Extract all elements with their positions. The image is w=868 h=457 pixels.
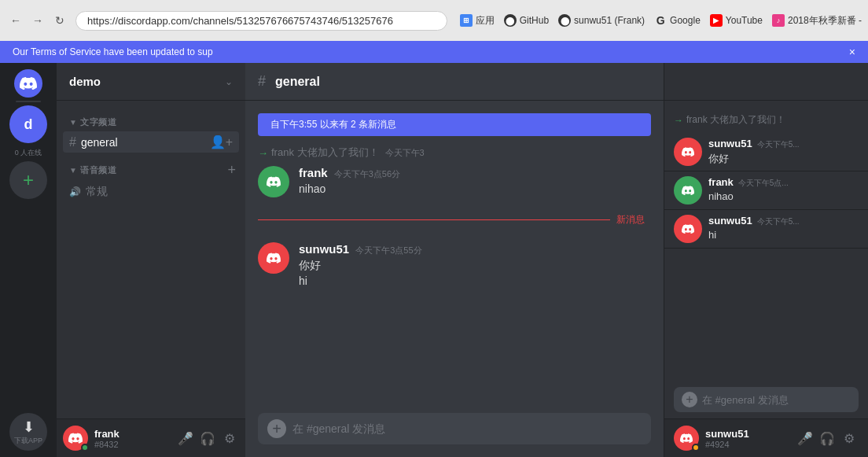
server-name-bar[interactable]: demo ⌄ <box>57 63 245 101</box>
channel-item-general[interactable]: # general 👤+ <box>63 131 239 153</box>
reload-button[interactable]: ↻ <box>50 11 69 30</box>
bookmark-google[interactable]: G Google <box>654 14 701 27</box>
right-sunwu51-header-1: sunwu51 今天下午5... <box>708 138 859 150</box>
server-divider <box>16 101 41 102</box>
right-attach-button[interactable]: + <box>682 392 697 407</box>
bookmark-github-org[interactable]: ⬤ GitHub <box>504 14 549 27</box>
frank-avatar <box>258 166 289 197</box>
attach-button[interactable]: + <box>267 419 286 438</box>
right-system-text: frank 大佬加入了我们！ <box>686 113 785 127</box>
apps-icon: ⊞ <box>460 14 473 27</box>
right-frank-ts: 今天下午5点... <box>738 178 789 189</box>
right-sunwu51-name-2: sunwu51 <box>708 215 752 227</box>
chat-input-area: + <box>245 413 664 457</box>
category-arrow-icon: ▼ <box>69 118 77 127</box>
back-button[interactable]: ← <box>6 11 25 30</box>
channel-section: ▼ 文字频道 # general 👤+ ▼ 语音频道 + 🔊 常规 <box>57 101 245 205</box>
chat-messages: 自下午3:55 以来有 2 条新消息 → frank 大佬加入了我们！ 今天下午… <box>245 101 664 413</box>
online-count: 0 人在线 <box>5 148 52 158</box>
add-server-button[interactable]: + <box>9 161 47 199</box>
server-list: d 0 人在线 + ⬇ 下载APP <box>0 63 57 457</box>
right-online-dot <box>692 444 700 451</box>
voice-category-arrow-icon: ▼ <box>69 166 77 175</box>
download-app-button[interactable]: ⬇ 下载APP <box>9 413 47 451</box>
right-sunwu51-text-2: hi <box>708 229 859 241</box>
frank-message-content: frank 今天下午3点56分 nihao <box>299 166 651 197</box>
sunwu51-message-header: sunwu51 今天下午3点55分 <box>299 242 651 256</box>
right-deafen-button[interactable]: 🎧 <box>818 429 837 448</box>
right-mute-button[interactable]: 🎤 <box>796 429 815 448</box>
server-icon-d[interactable]: d <box>9 105 47 143</box>
notification-text: Our Terms of Service have been updated t… <box>13 46 213 57</box>
bookmark-apps[interactable]: ⊞ 应用 <box>460 14 495 28</box>
user-info: frank #8432 <box>94 428 170 449</box>
right-sunwu51-name-1: sunwu51 <box>708 138 752 149</box>
chat-header: # general <box>245 63 664 101</box>
frank-message-text: nihao <box>299 182 651 197</box>
voice-channel-normal[interactable]: 🔊 常规 <box>63 182 239 202</box>
right-settings-button[interactable]: ⚙ <box>840 429 859 448</box>
message-sunwu51: sunwu51 今天下午3点55分 你好 hi <box>245 239 664 292</box>
chevron-down-icon: ⌄ <box>225 76 233 87</box>
voice-category[interactable]: ▼ 语音频道 + <box>63 159 239 182</box>
text-category[interactable]: ▼ 文字频道 <box>63 113 239 131</box>
frank-timestamp: 今天下午3点56分 <box>334 168 400 180</box>
right-frank-content: frank 今天下午5点... nihao <box>708 176 859 205</box>
mute-button[interactable]: 🎤 <box>176 429 195 448</box>
sunwu51-avatar <box>258 242 289 274</box>
bookmark-2018[interactable]: ♪ 2018年秋季新番 - <box>772 14 862 28</box>
right-user-bar: sunwu51 #4924 🎤 🎧 ⚙ <box>664 418 868 457</box>
user-controls: 🎤 🎧 ⚙ <box>176 429 239 448</box>
right-sunwu51-header-2: sunwu51 今天下午5... <box>708 215 859 227</box>
right-messages: → frank 大佬加入了我们！ sunwu51 今天下午5... 你好 <box>664 101 868 381</box>
bookmark-youtube[interactable]: ▶ YouTube <box>710 14 763 27</box>
youtube-icon: ▶ <box>710 14 723 27</box>
frank-message-header: frank 今天下午3点56分 <box>299 166 651 180</box>
deafen-button[interactable]: 🎧 <box>198 429 217 448</box>
frank-username: frank <box>299 166 328 179</box>
right-join-arrow-icon: → <box>674 115 683 126</box>
right-sunwu51-text-1: 你好 <box>708 152 859 166</box>
download-icon: ⬇ <box>23 418 35 436</box>
right-chat-input[interactable] <box>702 394 851 406</box>
right-sunwu51-ts-1: 今天下午5... <box>757 139 800 150</box>
discord-logo[interactable] <box>14 69 42 98</box>
chat-channel-name: general <box>275 75 320 89</box>
divider-label: 新消息 <box>610 213 651 227</box>
download-label: 下载APP <box>14 436 42 446</box>
right-frank-header: frank 今天下午5点... <box>708 176 859 189</box>
github-user-icon: ⬤ <box>558 14 571 27</box>
join-arrow-icon: → <box>258 147 268 159</box>
right-frank-avatar <box>674 176 702 205</box>
sunwu51-message-content: sunwu51 今天下午3点55分 你好 hi <box>299 242 651 289</box>
chat-input[interactable] <box>292 422 642 435</box>
right-sunwu51-avatar-2 <box>674 215 702 243</box>
right-system-message: → frank 大佬加入了我们！ <box>664 107 868 133</box>
right-message-sunwu51-2: sunwu51 今天下午5... hi <box>664 210 868 249</box>
address-bar[interactable]: https://discordapp.com/channels/51325767… <box>75 11 447 31</box>
right-panel-header <box>664 63 868 101</box>
channel-add-user-button[interactable]: 👤+ <box>210 135 233 149</box>
system-message-text: frank 大佬加入了我们！ <box>271 146 379 160</box>
user-avatar <box>63 426 88 451</box>
new-messages-bar[interactable]: 自下午3:55 以来有 2 条新消息 <box>258 113 651 136</box>
message-frank: frank 今天下午3点56分 nihao <box>245 163 664 201</box>
settings-button[interactable]: ⚙ <box>220 429 239 448</box>
right-input-area: + <box>664 381 868 418</box>
add-voice-channel-button[interactable]: + <box>227 162 236 179</box>
channel-name: general <box>81 136 118 149</box>
user-tag-display: #8432 <box>94 440 170 449</box>
server-name: demo <box>69 75 101 88</box>
right-user-avatar <box>674 426 699 451</box>
notification-close-button[interactable]: × <box>849 46 855 58</box>
bookmark-github-user[interactable]: ⬤ sunwu51 (Frank) <box>558 14 645 27</box>
channel-sidebar: demo ⌄ ▼ 文字频道 # general 👤+ ▼ 语音频道 + <box>57 63 245 457</box>
forward-button[interactable]: → <box>28 11 47 30</box>
right-input-box: + <box>674 387 859 412</box>
system-message-join: → frank 大佬加入了我们！ 今天下午3 <box>245 142 664 163</box>
bookmarks-bar: ⊞ 应用 ⬤ GitHub ⬤ sunwu51 (Frank) G Google… <box>460 14 862 28</box>
bookmark-2018-icon: ♪ <box>772 14 785 27</box>
right-sunwu51-content-1: sunwu51 今天下午5... 你好 <box>708 138 859 166</box>
chat-main: # general 自下午3:55 以来有 2 条新消息 → frank 大佬加… <box>245 63 664 457</box>
online-status-dot <box>81 444 89 451</box>
